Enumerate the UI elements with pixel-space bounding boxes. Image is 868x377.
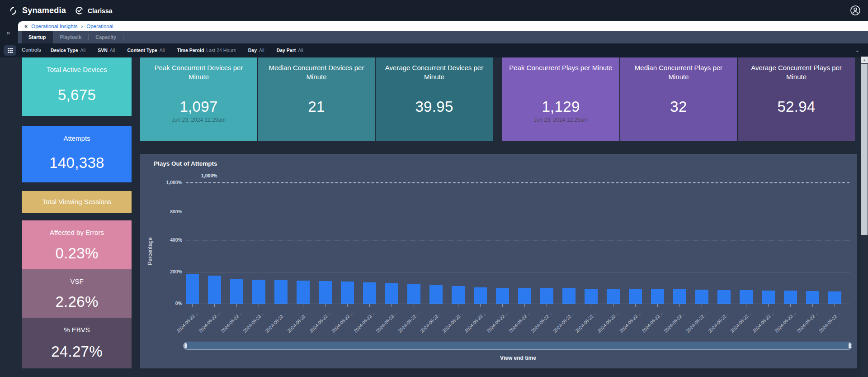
x-tick-mark xyxy=(657,304,658,307)
kpi-card-ebvs[interactable]: % EBVS24.27% xyxy=(22,318,132,368)
bar-2024-06-22-17[interactable] xyxy=(562,288,576,304)
kpi-value: 0.23% xyxy=(55,237,98,269)
kpi-card-peak-concurrent-plays-per-minute[interactable]: Peak Concurrent Plays per Minute1,129Jun… xyxy=(502,57,619,141)
x-tick-label: 2024-06-23 … xyxy=(464,310,488,334)
filter-label: Day Part xyxy=(277,48,296,53)
kpi-card-median-concurrent-devices-per-minute[interactable]: Median Concurrent Devices per Minute21 xyxy=(258,57,375,141)
filter-time-peroid[interactable]: Time PeroidLast 24 Hours xyxy=(177,48,236,53)
bar-2024-06-22-6[interactable] xyxy=(319,281,332,304)
x-tick-label: 2024-06-22 … xyxy=(530,310,554,334)
threshold-label: 1,000% xyxy=(201,173,217,178)
bar-2024-06-22-25[interactable] xyxy=(740,290,753,304)
kpi-title: Total Active Devices xyxy=(40,65,113,74)
x-tick-mark xyxy=(768,304,769,307)
account-icon[interactable] xyxy=(850,5,861,16)
bar-2024-06-22-2[interactable] xyxy=(230,279,243,304)
x-tick-mark xyxy=(259,304,259,307)
filter-day[interactable]: DayAll xyxy=(248,48,264,53)
plays-out-of-attempts-panel: Plays Out of Attempts Percentage 1,000% … xyxy=(140,154,857,368)
bar-2024-06-22-7[interactable] xyxy=(341,282,354,304)
bar-2024-06-23-13[interactable] xyxy=(474,287,487,304)
kpi-card-peak-concurrent-devices-per-minute[interactable]: Peak Concurrent Devices per Minute1,097J… xyxy=(140,57,257,141)
chevron-down-icon[interactable]: ⌄ xyxy=(855,47,860,53)
x-tick-mark xyxy=(702,304,702,307)
bar-2024-06-23-12[interactable] xyxy=(452,286,465,304)
x-tick-label: 2024-06-23 … xyxy=(353,310,377,334)
bar-2024-06-23-4[interactable] xyxy=(274,280,288,304)
slider-handle-left[interactable] xyxy=(184,343,187,348)
breadcrumb-link-operational-insights[interactable]: Operational Insights xyxy=(31,24,77,29)
x-tick-mark xyxy=(347,304,348,307)
filter-svn[interactable]: SVNAll xyxy=(98,48,115,53)
x-tick-label: 2024-06-23 … xyxy=(597,310,621,334)
y-axis-label: Percentage xyxy=(147,229,153,274)
apps-grid-button[interactable] xyxy=(4,45,16,56)
kpi-card-total-viewing-sessions[interactable]: Total Viewing Sessions xyxy=(22,191,132,213)
filter-content-type[interactable]: Content TypeAll xyxy=(127,48,165,53)
kpi-value: 140,338 xyxy=(49,143,104,182)
bar-2024-06-23-8[interactable] xyxy=(363,282,376,304)
slider-handle-right[interactable] xyxy=(849,343,851,348)
expand-sidebar-icon[interactable]: » xyxy=(6,29,9,36)
tab-playback[interactable]: Playback xyxy=(53,31,89,43)
scrollbar-up-arrow[interactable]: ▲ xyxy=(861,57,868,63)
scrollbar-thumb[interactable] xyxy=(861,64,868,235)
kpi-card-average-concurrent-devices-per-minute[interactable]: Average Concurrent Devices per Minute39.… xyxy=(376,57,493,141)
y-tick-200: 200% xyxy=(151,269,182,274)
x-tick-label: 2024-06-23 … xyxy=(287,310,311,334)
bar-2024-06-22-23[interactable] xyxy=(695,290,708,304)
kpi-value: 5,675 xyxy=(58,74,96,116)
bar-2024-06-23-27[interactable] xyxy=(784,291,797,304)
filter-group: Device TypeAllSVNAllContent TypeAllTime … xyxy=(51,48,303,53)
x-tick-label: 2024-06-22 … xyxy=(220,310,244,334)
kpi-card-total-active-devices[interactable]: Total Active Devices5,675 xyxy=(22,57,132,116)
bar-2024-06-23-0[interactable] xyxy=(186,274,199,304)
brand-name: Synamedia xyxy=(22,6,66,15)
bar-2024-06-22-18[interactable] xyxy=(585,289,598,304)
bar-2024-06-22-29[interactable] xyxy=(828,291,841,304)
vertical-scrollbar[interactable]: ▲ xyxy=(861,57,868,377)
bar-2024-06-23-9[interactable] xyxy=(385,283,398,304)
bar-2024-06-23-11[interactable] xyxy=(429,285,443,304)
x-tick-label: 2024-06-22 … xyxy=(708,310,731,334)
x-tick-mark xyxy=(790,304,791,307)
tab-capacity[interactable]: Capacity xyxy=(89,31,123,43)
bar-2024-06-22-15[interactable] xyxy=(518,288,531,304)
bar-2024-06-22-28[interactable] xyxy=(806,291,819,304)
app-name: Clarissa xyxy=(88,7,112,14)
synamedia-swirl-icon xyxy=(8,6,18,16)
kpi-card-median-concurrent-plays-per-minute[interactable]: Median Concurrent Plays per Minute32 xyxy=(620,57,737,141)
bar-2024-06-22-26[interactable] xyxy=(762,291,775,304)
kpi-card-vsf[interactable]: VSF2.26% xyxy=(22,269,132,318)
filter-day-part[interactable]: Day PartAll xyxy=(277,48,303,53)
kpi-title: Average Concurrent Devices per Minute xyxy=(376,63,493,85)
kpi-card-average-concurrent-plays-per-minute[interactable]: Average Concurrent Plays per Minute52.94 xyxy=(738,57,855,141)
filter-device-type[interactable]: Device TypeAll xyxy=(51,48,85,53)
bar-2024-06-22-22[interactable] xyxy=(673,289,686,304)
kpi-title: Median Concurrent Devices per Minute xyxy=(258,63,375,85)
breadcrumb-link-operational[interactable]: Operational xyxy=(86,24,113,29)
bar-2024-06-23-3[interactable] xyxy=(252,280,265,304)
x-tick-label: 2024-06-23 … xyxy=(641,310,665,334)
bar-2024-06-22-14[interactable] xyxy=(496,288,509,304)
kpi-card-attempts[interactable]: Attempts140,338 xyxy=(22,126,132,182)
collapse-breadcrumb-icon[interactable]: « xyxy=(24,23,28,29)
y-tick-800: 800% xyxy=(151,209,182,213)
filter-value: Last 24 Hours xyxy=(206,48,236,53)
gridline-400 xyxy=(186,240,850,241)
bar-2024-06-22-1[interactable] xyxy=(208,276,221,304)
bar-2024-06-22-20[interactable] xyxy=(629,289,642,304)
bar-2024-06-23-19[interactable] xyxy=(607,289,620,304)
kpi-title: % EBVS xyxy=(57,325,96,334)
bar-2024-06-23-21[interactable] xyxy=(651,289,664,304)
bar-2024-06-22-10[interactable] xyxy=(407,284,420,304)
time-range-slider[interactable] xyxy=(183,342,852,350)
x-tick-mark xyxy=(835,304,835,307)
kpi-card-affected-by-errors[interactable]: Affected by Errors0.23% xyxy=(22,220,132,269)
filter-value: All xyxy=(80,48,86,53)
y-tick-0: 0% xyxy=(151,301,182,306)
bar-2024-06-22-24[interactable] xyxy=(717,290,731,304)
bar-2024-06-23-5[interactable] xyxy=(297,281,310,304)
bar-2024-06-22-16[interactable] xyxy=(540,288,553,304)
tab-startup[interactable]: Startup xyxy=(22,31,53,43)
